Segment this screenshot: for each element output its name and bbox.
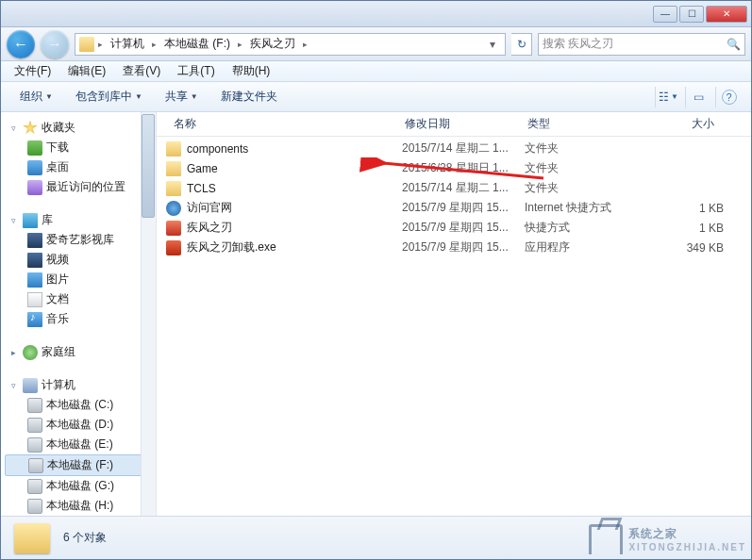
- sidebar-item-drive-h[interactable]: 本地磁盘 (H:): [5, 496, 156, 516]
- sidebar-homegroup[interactable]: ▸家庭组: [5, 342, 156, 362]
- sidebar-item-pictures[interactable]: 图片: [5, 270, 156, 289]
- refresh-button[interactable]: ↻: [511, 33, 532, 56]
- chevron-right-icon[interactable]: ▸: [150, 40, 159, 49]
- breadcrumb-dropdown[interactable]: ▾: [484, 38, 501, 51]
- library-icon: [23, 213, 38, 228]
- breadcrumb-item[interactable]: 疾风之刃: [246, 34, 299, 54]
- file-list-pane: 名称 修改日期 类型 大小 components2015/7/14 星期二 1.…: [157, 112, 751, 516]
- sidebar-item-drive-f[interactable]: 本地磁盘 (F:): [5, 454, 156, 476]
- include-library-button[interactable]: 包含到库中▼: [66, 85, 152, 108]
- search-icon[interactable]: 🔍: [727, 38, 741, 51]
- collapse-icon[interactable]: ▿: [8, 215, 19, 225]
- drive-icon: [28, 458, 43, 473]
- back-button[interactable]: ←: [7, 30, 35, 58]
- column-headers: 名称 修改日期 类型 大小: [157, 112, 751, 137]
- minimize-button[interactable]: —: [653, 6, 677, 23]
- chevron-right-icon[interactable]: ▸: [301, 40, 309, 49]
- explorer-window: — ☐ ✕ ← → ▸ 计算机 ▸ 本地磁盘 (F:) ▸ 疾风之刃 ▸ ▾ ↻…: [0, 0, 752, 560]
- maximize-button[interactable]: ☐: [679, 6, 704, 23]
- help-icon: ?: [722, 90, 737, 105]
- sidebar-item-desktop[interactable]: 桌面: [5, 157, 156, 177]
- menu-file[interactable]: 文件(F): [7, 61, 58, 81]
- share-button[interactable]: 共享▼: [156, 85, 208, 108]
- new-folder-button[interactable]: 新建文件夹: [211, 85, 287, 108]
- preview-pane-button[interactable]: ▭: [685, 87, 711, 107]
- sidebar: ▿收藏夹 下载 桌面 最近访问的位置 ▿库 爱奇艺影视库 视频 图片 文档 音乐…: [1, 112, 157, 516]
- menubar: 文件(F) 编辑(E) 查看(V) 工具(T) 帮助(H): [1, 61, 751, 82]
- toolbar: 组织▼ 包含到库中▼ 共享▼ 新建文件夹 ☷▼ ▭ ?: [1, 82, 751, 112]
- organize-button[interactable]: 组织▼: [10, 85, 62, 108]
- file-date: 2015/7/14 星期二 1...: [402, 180, 525, 196]
- column-date[interactable]: 修改日期: [397, 116, 520, 132]
- sidebar-computer[interactable]: ▿计算机: [5, 375, 156, 395]
- sidebar-item-documents[interactable]: 文档: [5, 289, 156, 309]
- column-type[interactable]: 类型: [520, 116, 638, 132]
- sidebar-item-music[interactable]: 音乐: [5, 309, 156, 329]
- file-type: 文件夹: [525, 140, 643, 156]
- titlebar: — ☐ ✕: [1, 1, 751, 27]
- collapse-icon[interactable]: ▿: [8, 123, 19, 133]
- breadcrumb-item[interactable]: 计算机: [107, 34, 148, 54]
- scrollbar-thumb[interactable]: [142, 114, 155, 218]
- download-icon: [27, 140, 42, 156]
- file-name: 疾风之刃: [187, 220, 232, 236]
- star-icon: [23, 121, 38, 136]
- recent-icon: [27, 180, 42, 195]
- sidebar-favorites[interactable]: ▿收藏夹: [5, 118, 156, 138]
- homegroup-icon: [23, 345, 38, 360]
- file-type: Internet 快捷方式: [525, 200, 643, 216]
- sidebar-item-iqiyi[interactable]: 爱奇艺影视库: [5, 230, 156, 250]
- close-button[interactable]: ✕: [706, 6, 747, 23]
- sidebar-item-drive-d[interactable]: 本地磁盘 (D:): [5, 415, 156, 435]
- chevron-right-icon[interactable]: ▸: [236, 40, 244, 49]
- file-name: components: [187, 142, 248, 156]
- file-name: TCLS: [187, 182, 216, 195]
- file-date: 2015/7/9 星期四 15...: [402, 239, 525, 255]
- video-icon: [27, 233, 42, 248]
- forward-button[interactable]: →: [41, 30, 69, 58]
- search-box[interactable]: 搜索 疾风之刃 🔍: [538, 33, 745, 56]
- collapse-icon[interactable]: ▿: [8, 380, 19, 390]
- menu-help[interactable]: 帮助(H): [225, 61, 278, 81]
- file-size: 349 KB: [643, 241, 737, 255]
- breadcrumb[interactable]: ▸ 计算机 ▸ 本地磁盘 (F:) ▸ 疾风之刃 ▸ ▾: [75, 33, 506, 56]
- menu-view[interactable]: 查看(V): [115, 61, 168, 81]
- column-size[interactable]: 大小: [638, 116, 732, 132]
- sidebar-item-videos[interactable]: 视频: [5, 250, 156, 270]
- sidebar-scrollbar[interactable]: [141, 112, 156, 516]
- sidebar-item-drive-g[interactable]: 本地磁盘 (G:): [5, 476, 156, 496]
- chevron-down-icon: ▼: [135, 92, 142, 101]
- video-icon: [27, 253, 42, 268]
- file-size: 1 KB: [643, 202, 737, 215]
- file-row[interactable]: Game2015/6/28 星期日 1...文件夹: [157, 158, 751, 178]
- computer-icon: [23, 378, 38, 393]
- drive-icon: [27, 398, 42, 413]
- drive-icon: [27, 499, 42, 514]
- file-row[interactable]: TCLS2015/7/14 星期二 1...文件夹: [157, 178, 751, 198]
- breadcrumb-item[interactable]: 本地磁盘 (F:): [160, 34, 234, 54]
- sidebar-item-recent[interactable]: 最近访问的位置: [5, 177, 156, 197]
- view-options-button[interactable]: ☷▼: [655, 87, 681, 107]
- file-type: 文件夹: [525, 160, 643, 176]
- expand-icon[interactable]: ▸: [8, 347, 19, 357]
- file-row[interactable]: 疾风之刃卸载.exe2015/7/9 星期四 15...应用程序349 KB: [157, 238, 751, 257]
- file-row[interactable]: components2015/7/14 星期二 1...文件夹: [157, 139, 751, 158]
- chevron-down-icon: ▼: [45, 92, 53, 101]
- sidebar-item-downloads[interactable]: 下载: [5, 138, 156, 157]
- chevron-right-icon[interactable]: ▸: [96, 40, 105, 49]
- sidebar-libraries[interactable]: ▿库: [5, 210, 156, 230]
- folder-icon: [79, 37, 94, 52]
- file-row[interactable]: 访问官网2015/7/9 星期四 15...Internet 快捷方式1 KB: [157, 198, 751, 218]
- help-button[interactable]: ?: [715, 87, 742, 107]
- sidebar-item-drive-c[interactable]: 本地磁盘 (C:): [5, 395, 156, 415]
- folder-icon: [166, 141, 181, 156]
- sidebar-item-drive-e[interactable]: 本地磁盘 (E:): [5, 435, 156, 454]
- menu-edit[interactable]: 编辑(E): [60, 61, 113, 81]
- menu-tools[interactable]: 工具(T): [170, 61, 222, 81]
- file-type: 文件夹: [525, 180, 643, 196]
- drive-icon: [27, 418, 42, 433]
- statusbar: 6 个对象: [1, 516, 751, 559]
- file-size: 1 KB: [643, 222, 737, 235]
- file-row[interactable]: 疾风之刃2015/7/9 星期四 15...快捷方式1 KB: [157, 218, 751, 238]
- column-name[interactable]: 名称: [157, 116, 397, 132]
